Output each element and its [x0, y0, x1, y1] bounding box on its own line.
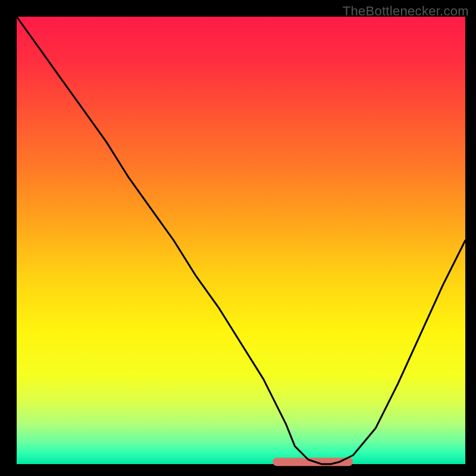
bottleneck-chart [0, 0, 476, 476]
watermark-text: TheBottlenecker.com [343, 4, 469, 19]
chart-container: TheBottlenecker.com [0, 0, 476, 476]
plot-gradient-area [17, 17, 465, 464]
